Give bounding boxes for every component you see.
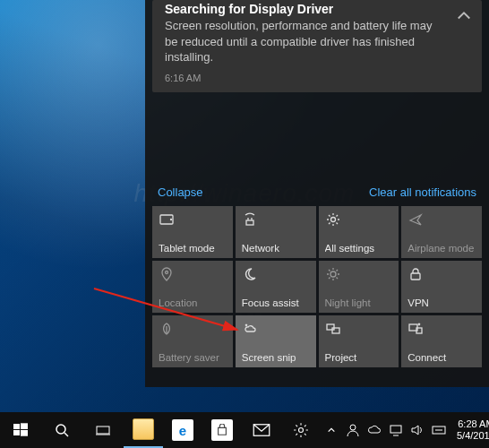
- tile-label: All settings: [325, 243, 396, 254]
- airplane-icon: [408, 211, 424, 228]
- svg-point-22: [299, 428, 304, 433]
- gear-icon: [290, 419, 312, 441]
- windows-icon: [13, 423, 28, 437]
- tablet-icon: [159, 211, 175, 228]
- svg-rect-8: [327, 324, 334, 330]
- snip-icon: [242, 321, 258, 337]
- action-center-panel: Searching for Display Driver Screen reso…: [145, 0, 489, 387]
- clock-time: 6:28 AM: [457, 418, 489, 430]
- taskbar-app-mail[interactable]: [242, 412, 281, 448]
- tile-label: Night light: [325, 297, 396, 308]
- vpn-icon: [408, 266, 424, 282]
- quick-action-focus-assist[interactable]: Focus assist: [236, 261, 316, 313]
- input-tray-icon[interactable]: [428, 412, 450, 448]
- project-icon: [325, 321, 341, 337]
- taskbar-app-store[interactable]: [202, 412, 242, 448]
- tile-label: Connect: [408, 352, 478, 363]
- taskbar-app-settings[interactable]: [281, 412, 321, 448]
- svg-rect-9: [332, 328, 339, 333]
- quick-action-vpn[interactable]: VPN: [401, 261, 482, 313]
- clock-date: 5/4/2018: [457, 430, 489, 442]
- quick-actions-grid: Tablet modeNetworkAll settingsAirplane m…: [145, 206, 489, 375]
- chevron-up-icon[interactable]: [455, 7, 473, 25]
- quick-action-network[interactable]: Network: [236, 206, 316, 258]
- quick-action-connect[interactable]: Connect: [401, 315, 482, 367]
- taskbar-app-edge[interactable]: e: [163, 412, 202, 448]
- taskbar-clock[interactable]: 6:28 AM 5/4/2018: [450, 418, 489, 442]
- svg-rect-14: [21, 423, 28, 429]
- tile-label: Focus assist: [242, 297, 313, 308]
- svg-rect-6: [411, 273, 420, 280]
- tile-label: Airplane mode: [408, 243, 478, 254]
- edge-icon: e: [172, 419, 193, 441]
- task-view-icon: [96, 423, 110, 437]
- system-tray: 6:28 AM 5/4/2018: [321, 412, 489, 448]
- sun-icon: [325, 266, 341, 282]
- store-icon: [211, 419, 233, 441]
- notification-body: Screen resolution, performance and batte…: [165, 18, 469, 65]
- leaf-icon: [159, 321, 175, 337]
- tile-label: VPN: [408, 297, 478, 308]
- start-button[interactable]: [0, 412, 41, 448]
- quick-action-night-light[interactable]: Night light: [319, 261, 399, 313]
- network-tray-icon[interactable]: [385, 412, 407, 448]
- svg-line-18: [64, 433, 68, 436]
- tile-label: Location: [159, 297, 229, 308]
- action-center-links: Collapse Clear all notifications: [145, 178, 489, 206]
- moon-icon: [242, 266, 258, 282]
- svg-rect-24: [390, 426, 401, 433]
- search-button[interactable]: [41, 412, 82, 448]
- tile-label: Network: [242, 243, 313, 254]
- search-icon: [55, 423, 69, 437]
- quick-action-all-settings[interactable]: All settings: [319, 206, 399, 258]
- taskbar: e 6:28 AM 5/4/2018: [0, 412, 489, 448]
- quick-action-airplane-mode[interactable]: Airplane mode: [401, 206, 482, 258]
- mail-icon: [251, 419, 272, 441]
- svg-point-5: [330, 271, 336, 277]
- people-icon[interactable]: [342, 412, 364, 448]
- quick-action-battery-saver[interactable]: Battery saver: [152, 315, 233, 367]
- task-view-button[interactable]: [82, 412, 124, 448]
- tile-label: Battery saver: [159, 352, 229, 363]
- notification-card[interactable]: Searching for Display Driver Screen reso…: [152, 0, 482, 92]
- svg-rect-16: [21, 430, 28, 436]
- svg-point-17: [56, 425, 65, 434]
- svg-rect-19: [97, 426, 109, 434]
- taskbar-app-explorer[interactable]: [124, 412, 163, 448]
- svg-point-3: [330, 217, 335, 221]
- onedrive-icon[interactable]: [364, 412, 385, 448]
- connect-icon: [408, 321, 424, 337]
- notification-title: Searching for Display Driver: [165, 0, 469, 16]
- svg-rect-13: [13, 424, 20, 429]
- svg-point-4: [166, 271, 168, 273]
- quick-action-location[interactable]: Location: [152, 261, 233, 313]
- tray-overflow-button[interactable]: [321, 412, 342, 448]
- network-icon: [242, 211, 258, 228]
- svg-point-23: [350, 425, 356, 430]
- collapse-link[interactable]: Collapse: [158, 185, 203, 199]
- gear-icon: [325, 211, 341, 228]
- tile-label: Project: [325, 352, 396, 363]
- svg-point-1: [171, 219, 172, 220]
- volume-tray-icon[interactable]: [407, 412, 428, 448]
- svg-rect-15: [13, 430, 20, 435]
- quick-action-project[interactable]: Project: [319, 315, 399, 367]
- location-icon: [159, 266, 175, 282]
- folder-icon: [133, 418, 154, 440]
- tile-label: Tablet mode: [159, 243, 229, 254]
- quick-action-screen-snip[interactable]: Screen snip: [236, 315, 316, 367]
- notification-time: 6:16 AM: [165, 73, 469, 83]
- svg-rect-2: [246, 220, 253, 225]
- tile-label: Screen snip: [242, 352, 313, 363]
- quick-action-tablet-mode[interactable]: Tablet mode: [152, 206, 233, 258]
- clear-notifications-link[interactable]: Clear all notifications: [369, 185, 476, 199]
